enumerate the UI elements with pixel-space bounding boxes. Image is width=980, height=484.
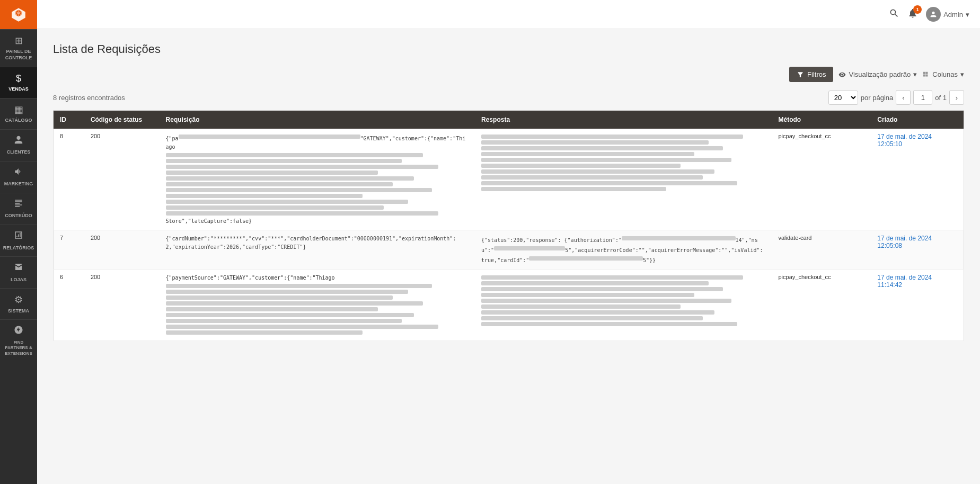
columns-button[interactable]: Colunas ▾ [922,70,964,78]
sidebar-item-conteudo[interactable]: CONTEÚDO [0,193,37,225]
cell-status: 200 [84,129,160,230]
resposta-content: {"status":200,"response": {"authorizatio… [481,235,765,265]
cell-requisicao: {"paymentSource":"GATEWAY","customer":{"… [160,270,475,341]
sidebar-item-painel-label: PAINEL DE CONTROLE [3,49,34,61]
th-requisicao: Requisição [160,111,475,129]
avatar [926,7,941,22]
view-button-label: Visualização padrão [849,70,911,78]
sidebar-item-catalogo-label: CATÁLOGO [5,118,32,124]
next-page-button[interactable]: › [949,90,964,105]
cell-status: 200 [84,230,160,270]
table-row: 7 200 {"cardNumber":"*********","cvv":"*… [54,230,964,270]
user-dropdown-icon: ▾ [966,11,969,19]
method-text: picpay_checkout_cc [778,274,831,280]
cell-id: 6 [54,270,84,341]
user-menu[interactable]: Admin ▾ [926,7,969,22]
cell-resposta: {"status":200,"response": {"authorizatio… [475,230,772,270]
columns-button-label: Colunas [932,70,958,78]
requisicao-content: {"cardNumber":"*********","cvv":"***","c… [166,235,469,252]
marketing-icon [14,167,23,180]
sidebar-item-catalogo[interactable]: ▦ CATÁLOGO [0,98,37,129]
sidebar-item-clientes[interactable]: CLIENTES [0,129,37,161]
filter-button-label: Filtros [807,70,826,78]
clients-icon [14,135,23,148]
view-button[interactable]: Visualização padrão ▾ [838,70,917,78]
method-text: picpay_checkout_cc [778,133,831,139]
user-name: Admin [943,11,963,19]
sidebar-item-lojas-label: LOJAS [11,277,27,283]
date-text: 17 de mai. de 2024 11:14:42 [877,274,932,289]
main-content: 1 Admin ▾ Lista de Requisições Filtros V… [37,0,980,484]
date-text: 17 de mai. de 2024 12:05:10 [877,133,932,148]
notification-badge: 1 [913,5,922,14]
sidebar-item-sistema[interactable]: ⚙ SISTEMA [0,288,37,319]
sidebar-item-find-label: FIND PARTNERS & EXTENSIONS [3,340,34,356]
cell-id: 8 [54,129,84,230]
sidebar-logo [0,0,37,29]
table-row: 8 200 {"pa"GATEWAY","customer":{"name":"… [54,129,964,230]
per-page-select[interactable]: 20 50 100 200 [828,91,858,105]
content-icon [14,199,23,211]
pagination: 20 50 100 200 por página ‹ of 1 › [828,90,964,105]
page-input[interactable] [913,90,932,105]
th-criado: Criado [871,111,964,129]
eye-icon [838,71,846,78]
search-icon[interactable] [889,8,899,21]
date-text: 17 de mai. de 2024 12:05:08 [877,235,932,249]
th-status: Código de status [84,111,160,129]
columns-dropdown-icon: ▾ [960,70,964,78]
sidebar-item-marketing[interactable]: MARKETING [0,161,37,193]
cell-requisicao: {"cardNumber":"*********","cvv":"***","c… [160,230,475,270]
th-id: ID [54,111,84,129]
cell-metodo: validate-card [772,230,871,270]
per-page-label: por página [861,94,893,102]
cell-id: 7 [54,230,84,270]
page-total: of 1 [935,94,947,102]
sidebar-item-relatorios-label: RELATÓRIOS [3,245,34,252]
magento-logo-icon [10,6,27,23]
cell-criado: 17 de mai. de 2024 11:14:42 [871,270,964,341]
topbar-actions: 1 Admin ▾ [889,7,969,22]
sidebar-item-relatorios[interactable]: RELATÓRIOS [0,225,37,256]
th-metodo: Método [772,111,871,129]
cell-resposta [475,129,772,230]
table-controls: 8 registros encontrados 20 50 100 200 po… [53,90,964,105]
sidebar-item-sistema-label: SISTEMA [8,308,29,315]
columns-icon [922,71,930,78]
view-dropdown-icon: ▾ [913,70,917,78]
find-icon [14,325,23,338]
requisicao-content: {"paymentSource":"GATEWAY","customer":{"… [166,274,469,335]
sidebar-item-marketing-label: MARKETING [4,181,33,187]
sidebar: ⊞ PAINEL DE CONTROLE $ VENDAS ▦ CATÁLOGO… [0,0,37,484]
stores-icon [14,262,23,275]
cell-metodo: picpay_checkout_cc [772,270,871,341]
sales-icon: $ [16,73,21,85]
notification-icon[interactable]: 1 [907,8,918,21]
filter-button[interactable]: Filtros [789,67,833,82]
sidebar-item-clientes-label: CLIENTES [7,149,31,156]
sidebar-item-painel[interactable]: ⊞ PAINEL DE CONTROLE [0,29,37,67]
cell-criado: 17 de mai. de 2024 12:05:08 [871,230,964,270]
cell-metodo: picpay_checkout_cc [772,129,871,230]
sidebar-item-conteudo-label: CONTEÚDO [5,213,32,219]
page-title: Lista de Requisições [53,42,964,56]
cell-criado: 17 de mai. de 2024 12:05:10 [871,129,964,230]
sidebar-item-vendas[interactable]: $ VENDAS [0,67,37,98]
table-header-row: ID Código de status Requisição Resposta … [54,111,964,129]
table-row: 6 200 {"paymentSource":"GATEWAY","custom… [54,270,964,341]
cell-requisicao: {"pa"GATEWAY","customer":{"name":"Thiago [160,129,475,230]
sidebar-item-lojas[interactable]: LOJAS [0,256,37,288]
records-count: 8 registros encontrados [53,94,125,102]
resposta-content [481,135,765,191]
cell-status: 200 [84,270,160,341]
data-table: ID Código de status Requisição Resposta … [53,110,964,341]
prev-page-button[interactable]: ‹ [896,90,911,105]
sidebar-item-vendas-label: VENDAS [8,86,29,93]
resposta-content [481,275,765,326]
catalog-icon: ▦ [14,104,23,116]
sidebar-item-find[interactable]: FIND PARTNERS & EXTENSIONS [0,319,37,362]
page-content: Lista de Requisições Filtros Visualizaçã… [37,29,980,484]
reports-icon [14,230,23,243]
system-icon: ⚙ [14,294,23,306]
toolbar: Filtros Visualização padrão ▾ Colunas ▾ [53,67,964,82]
